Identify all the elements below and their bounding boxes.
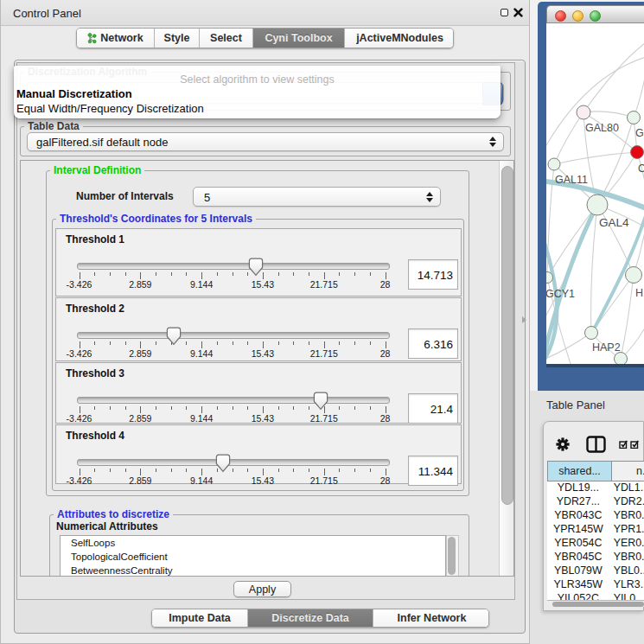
bottom-tab-impute-data[interactable]: Impute Data — [152, 609, 248, 627]
network-node-hap2[interactable] — [585, 327, 598, 340]
network-edge[interactable] — [583, 112, 634, 118]
threshold-label-3: Threshold 3 — [66, 367, 124, 379]
slider-axis-label: 15.43 — [252, 348, 274, 359]
network-edge[interactable] — [554, 112, 583, 164]
bottom-tab-infer-network[interactable]: Infer Network — [373, 609, 489, 627]
apply-button[interactable]: Apply — [233, 581, 291, 597]
numerical-attributes-list[interactable]: SelfLoopsTopologicalCoefficientBetweenne… — [60, 535, 446, 577]
network-canvas[interactable]: GAL80G...C...GAL11GAL4GCY1H...HAP2 — [546, 23, 644, 364]
network-node-n9[interactable] — [615, 353, 628, 365]
threshold-slider-track-3[interactable] — [77, 397, 390, 404]
table-cell-name: YBR0... — [609, 509, 644, 523]
slider-minor-tick — [278, 272, 279, 276]
table-cell-shared-name: YDL19... — [547, 481, 609, 495]
threshold-slider-thumb-1[interactable] — [248, 258, 264, 277]
bottom-tab-label: Discretize Data — [271, 612, 349, 624]
network-node-label-gcy1: GCY1 — [546, 288, 575, 300]
threshold-value-field-1[interactable]: 14.713 — [408, 259, 458, 290]
table-row[interactable]: YDR27...YDR2... — [547, 495, 644, 509]
table-row[interactable]: YDL19...YDL1... — [547, 481, 644, 495]
settings-scrollbar-thumb[interactable] — [501, 166, 513, 505]
table-row[interactable]: YBL079WYBL0... — [547, 564, 644, 578]
attributes-list-scrollbar-thumb[interactable] — [448, 537, 456, 575]
slider-minor-tick — [278, 406, 279, 410]
table-row[interactable]: YER054CYER0... — [547, 537, 644, 551]
network-edge[interactable] — [634, 58, 644, 118]
slider-major-tick — [201, 341, 202, 348]
tab-select[interactable]: Select — [200, 29, 253, 48]
settings-scrollbar[interactable] — [499, 161, 514, 576]
slider-minor-tick — [125, 341, 126, 345]
network-node-g2[interactable] — [628, 112, 641, 124]
control-panel-titlebar: Control Panel — [1, 0, 529, 26]
network-edge[interactable] — [591, 205, 597, 333]
attribute-list-item[interactable]: SelfLoops — [61, 536, 445, 550]
thresholds-group-title: Threshold's Coordinates for 5 Intervals — [56, 214, 256, 225]
network-node-c1[interactable] — [631, 146, 644, 159]
table-data-combobox[interactable]: galFiltered.sif default node — [27, 132, 504, 151]
slider-axis-label: 28 — [380, 475, 391, 486]
algorithm-popup-placeholder[interactable]: Select algorithm to view settings — [14, 73, 501, 86]
gear-icon[interactable] — [556, 437, 570, 451]
table-header-shared-name[interactable]: shared... — [547, 461, 612, 481]
slider-major-tick — [140, 406, 141, 413]
network-edge[interactable] — [637, 152, 644, 205]
threshold-value-field-3[interactable]: 21.4 — [408, 393, 458, 424]
slider-axis-label: 28 — [380, 279, 391, 290]
control-panel-tabs: NetworkStyleSelectCyni ToolboxjActiveMNo… — [76, 28, 454, 48]
number-of-intervals-combobox[interactable]: 5 — [193, 187, 441, 207]
network-node-gal11[interactable] — [548, 158, 560, 170]
close-icon[interactable] — [513, 8, 523, 17]
attributes-list-scrollbar[interactable] — [446, 535, 459, 577]
checkbox-row-icon[interactable] — [630, 440, 639, 449]
algorithm-popup-item-equal-width[interactable]: Equal Width/Frequency Discretization — [16, 102, 204, 115]
slider-axis-label: -3.426 — [67, 413, 92, 424]
attribute-list-item[interactable]: TopologicalCoefficient — [61, 550, 445, 564]
threshold-slider-track-2[interactable] — [77, 332, 390, 339]
table-cell-name: YPR1... — [609, 523, 644, 537]
threshold-slider-thumb-2[interactable] — [166, 327, 182, 346]
table-hscrollbar-thumb[interactable] — [552, 602, 644, 607]
network-node-gal4[interactable] — [587, 194, 608, 215]
slider-axis-label: 28 — [380, 348, 391, 359]
table-cell-shared-name: YPR145W — [547, 523, 609, 537]
network-node-h1[interactable] — [626, 267, 642, 284]
tab-network[interactable]: Network — [77, 29, 155, 48]
zoom-traffic-light[interactable] — [590, 10, 601, 22]
network-window-titlebar[interactable] — [546, 5, 644, 23]
tab-label: Style — [164, 32, 190, 44]
bottom-tab-discretize-data[interactable]: Discretize Data — [248, 609, 373, 627]
tab-style[interactable]: Style — [155, 29, 200, 48]
slider-minor-tick — [339, 469, 340, 472]
threshold-value-field-4[interactable]: 11.344 — [408, 456, 458, 486]
threshold-value-field-2[interactable]: 6.316 — [408, 328, 458, 359]
threshold-slider-thumb-3[interactable] — [313, 392, 328, 411]
table-row[interactable]: YBR043CYBR0... — [547, 509, 644, 523]
table-data-combobox-stepper[interactable] — [489, 137, 496, 147]
network-edge[interactable] — [546, 56, 644, 151]
network-node-gal80[interactable] — [577, 105, 590, 119]
threshold-slider-track-4[interactable] — [77, 459, 390, 466]
attribute-list-item[interactable]: BetweennessCentrality — [61, 564, 445, 577]
table-row[interactable]: YBR045CYBR0... — [547, 551, 644, 564]
divider-collapse-icon[interactable] — [522, 316, 526, 323]
threshold-slider-track-1[interactable] — [77, 263, 390, 270]
checkbox-column-icon[interactable] — [619, 440, 628, 449]
table-horizontal-scrollbar[interactable] — [547, 600, 644, 607]
float-window-icon[interactable] — [501, 9, 508, 16]
table-row[interactable]: YLR345WYLR3... — [547, 578, 644, 592]
network-edge[interactable] — [621, 275, 634, 359]
threshold-slider-thumb-4[interactable] — [215, 454, 231, 473]
table-row[interactable]: YPR145WYPR1... — [547, 523, 644, 537]
number-of-intervals-stepper[interactable] — [426, 192, 433, 202]
tab-cyni-toolbox[interactable]: Cyni Toolbox — [253, 29, 345, 48]
minimize-traffic-light[interactable] — [572, 10, 583, 22]
algorithm-popup-item-manual[interactable]: Manual Discretization — [16, 87, 132, 100]
tab-jactivemnodules[interactable]: jActiveMNodules — [345, 29, 454, 48]
network-edge[interactable] — [554, 152, 637, 164]
split-table-icon[interactable] — [586, 436, 606, 453]
slider-major-tick — [263, 469, 264, 475]
network-edge[interactable] — [583, 41, 644, 112]
table-header-name[interactable]: n... — [611, 461, 644, 481]
close-traffic-light[interactable] — [555, 10, 566, 22]
